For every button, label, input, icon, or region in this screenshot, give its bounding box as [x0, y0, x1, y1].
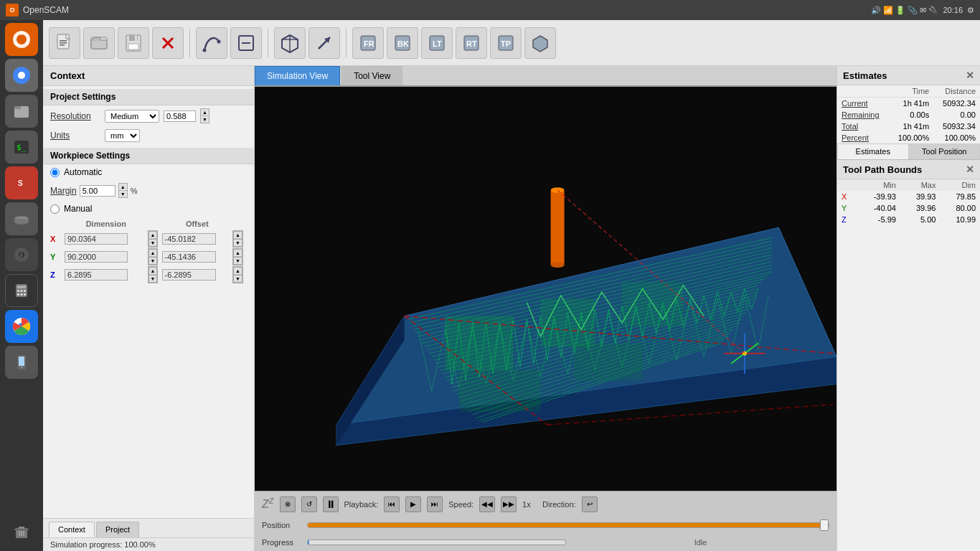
z-dim-input[interactable] [65, 269, 128, 281]
svg-rect-8 [14, 106, 21, 109]
toolbar-iso-view-btn[interactable] [524, 27, 556, 59]
estimates-table: Time Distance Current 1h 41m 50932.34 Re… [837, 85, 980, 143]
margin-unit: % [131, 187, 138, 195]
x-max: 39.93 [900, 191, 941, 202]
speed-label: Speed: [448, 500, 473, 509]
progress-label: Progress [262, 538, 301, 547]
pause-btn[interactable]: ⏸ [323, 496, 339, 512]
speed-down-btn[interactable]: ◀◀ [479, 496, 495, 512]
toolbar-path-btn[interactable] [196, 27, 227, 59]
svg-text:RT: RT [466, 39, 477, 48]
manual-radio[interactable] [50, 204, 60, 214]
progress-row: Progress Idle [255, 534, 837, 551]
toolbar-new-btn[interactable] [49, 27, 80, 59]
app-icon: O [6, 4, 19, 17]
total-time: 1h 41m [889, 121, 933, 132]
launcher-ubuntu[interactable] [5, 23, 38, 56]
toolbar-left-view-btn[interactable]: LT [421, 27, 453, 59]
units-select[interactable]: mm inch [105, 129, 140, 142]
launcher-files[interactable] [5, 95, 38, 128]
svg-rect-41 [91, 40, 107, 49]
toolbar-reduce-btn[interactable] [230, 27, 262, 59]
percent-label: Percent [837, 132, 889, 143]
automatic-radio[interactable] [50, 168, 60, 177]
toolbar-front-view-btn[interactable]: FR [352, 27, 384, 59]
svg-marker-67 [533, 36, 547, 52]
skip-start-btn[interactable]: ⏮ [384, 496, 400, 512]
estimates-close-btn[interactable]: ✕ [966, 70, 974, 81]
total-dist: 50932.34 [933, 121, 980, 132]
position-label: Position [262, 521, 301, 529]
launcher-browser-chrome[interactable] [5, 59, 38, 92]
toolbar-open-btn[interactable] [83, 27, 115, 59]
margin-input[interactable] [80, 185, 116, 197]
sliders-area: Position Progress Idle [255, 517, 837, 551]
z-dim-spinner[interactable]: ▲▼ [148, 266, 159, 283]
skip-end-btn[interactable]: ⏭ [427, 496, 443, 512]
svg-point-6 [18, 72, 25, 79]
toolbar-right-view-btn[interactable]: RT [456, 27, 487, 59]
y-dim-input[interactable] [65, 251, 128, 263]
toolbar-arrow-btn[interactable] [308, 27, 340, 59]
toolbar-cube-btn[interactable] [274, 27, 306, 59]
launcher-drive[interactable] [5, 202, 38, 235]
launcher-terminal[interactable]: $_ [5, 131, 38, 164]
clock: 20:16 [943, 6, 963, 14]
refresh-btn[interactable]: ↺ [301, 496, 317, 512]
y-dim-spinner[interactable]: ▲▼ [148, 248, 159, 265]
launcher-calculator[interactable] [5, 274, 38, 307]
launcher-secretariat[interactable]: S [5, 166, 38, 199]
project-settings-title: Project Settings [43, 89, 254, 105]
svg-text:BK: BK [397, 39, 409, 48]
toolbar-back-view-btn[interactable]: BK [387, 27, 418, 59]
y-offset-input[interactable] [162, 251, 216, 263]
resolution-numeric-input[interactable] [164, 110, 196, 122]
estimates-tab[interactable]: Estimates [837, 143, 909, 159]
progress-track[interactable] [307, 540, 566, 545]
launcher-music[interactable]: ♪ [5, 238, 38, 271]
y-dimension-row: Y ▲▼ ▲▼ [50, 248, 247, 265]
resolution-spinner[interactable]: ▲▼ [200, 108, 209, 123]
x-dim-spinner[interactable]: ▲▼ [148, 230, 159, 248]
tool-path-bounds-table: Min Max Dim X -39.93 39.93 79.85 [837, 179, 980, 225]
reset-btn[interactable]: ⊗ [280, 496, 296, 512]
margin-spinner[interactable]: ▲▼ [118, 183, 128, 198]
toolbar-separator-2 [268, 29, 268, 57]
position-track[interactable] [307, 522, 829, 528]
launcher-phone[interactable] [5, 346, 38, 379]
3d-viewport[interactable] [255, 87, 837, 491]
x-dim-input[interactable] [65, 233, 128, 245]
dimension-header: Dimension [65, 218, 148, 230]
toolbar-close-btn[interactable] [152, 27, 184, 59]
svg-rect-24 [24, 293, 26, 296]
position-thumb[interactable] [820, 519, 829, 531]
launcher-trash[interactable] [5, 515, 38, 548]
project-tab[interactable]: Project [96, 522, 139, 537]
main-toolbar: FR BK LT RT TP [43, 20, 980, 66]
x-offset-spinner[interactable]: ▲▼ [232, 230, 243, 248]
tool-path-bounds-header: Tool Path Bounds ✕ [837, 160, 980, 179]
resolution-select[interactable]: Medium Low High Very High [105, 110, 159, 123]
manual-radio-row: Manual [43, 201, 254, 217]
svg-rect-37 [60, 40, 67, 42]
context-tab[interactable]: Context [49, 522, 95, 537]
z-offset-input[interactable] [162, 269, 216, 281]
direction-btn[interactable]: ↩ [582, 496, 598, 512]
play-btn[interactable]: ▶ [405, 496, 421, 512]
speed-up-btn[interactable]: ▶▶ [501, 496, 517, 512]
z-offset-spinner[interactable]: ▲▼ [232, 266, 243, 283]
current-dist: 50932.34 [933, 98, 980, 110]
remaining-label: Remaining [837, 109, 889, 121]
x-min: -39.93 [857, 191, 900, 202]
launcher-chrome[interactable] [5, 310, 38, 343]
svg-rect-107 [459, 370, 541, 411]
tool-path-bounds-close-btn[interactable]: ✕ [966, 164, 974, 175]
toolbar-save-btn[interactable] [118, 27, 149, 59]
toolbar-top-view-btn[interactable]: TP [490, 27, 522, 59]
x-offset-input[interactable] [162, 233, 216, 245]
tool-view-tab[interactable]: Tool View [341, 66, 402, 85]
svg-rect-20 [21, 290, 23, 292]
y-offset-spinner[interactable]: ▲▼ [232, 248, 243, 265]
simulation-view-tab[interactable]: Simulation View [255, 66, 340, 85]
tool-position-tab[interactable]: Tool Position [909, 143, 981, 159]
